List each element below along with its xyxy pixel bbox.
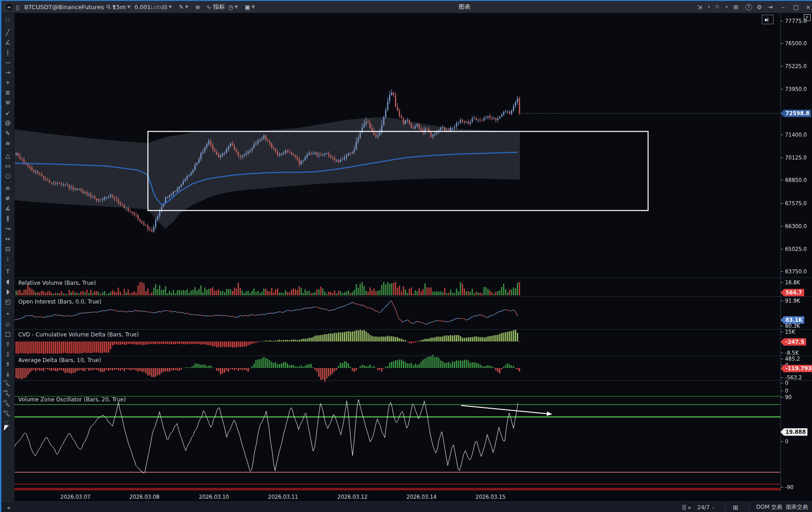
price-tag-tool[interactable]: ◗	[1, 286, 14, 296]
pane-title-cvd[interactable]: CVD - Cumulative Volume Delta (Bars, Tru…	[18, 331, 139, 338]
trend-line-tool[interactable]: ╱	[1, 27, 14, 37]
camera-caret-button[interactable]: ▾	[726, 1, 728, 13]
diamond-marker-tool[interactable]: ◇	[1, 319, 14, 329]
arrow-tool[interactable]: →	[1, 67, 14, 77]
elliott-impulse-wave-tool[interactable]: ∿15	[1, 379, 14, 389]
zoom-in-button[interactable]: ⊕	[195, 1, 200, 13]
price-axis[interactable]: F 77775.076500.075225.073950.071400.0701…	[780, 13, 812, 491]
horizontal-line-tool[interactable]: —	[1, 57, 14, 67]
chart-region[interactable]: Relative Volume (Bars, True) Open Intere…	[15, 13, 812, 501]
layout-caret-icon: ▼	[251, 5, 255, 9]
elliott-ac-wave-tool[interactable]: ∿AC	[1, 400, 14, 410]
minimize-button[interactable]: –	[782, 1, 785, 13]
axis-tick-label: 485.2	[785, 356, 800, 362]
go-to-realtime-button[interactable]: ▶▏	[762, 15, 774, 24]
long-position-tool[interactable]: ⇑	[1, 359, 14, 369]
divider	[725, 504, 726, 511]
quantity-field[interactable]: 0.001Lots	[131, 1, 166, 13]
polyline-tool[interactable]: ↙	[1, 108, 14, 118]
time-axis[interactable]: 2026.03.072026.03.082026.03.102026.03.11…	[15, 491, 812, 501]
window-top-edge	[0, 0, 812, 1]
cross-line-tool[interactable]: +	[1, 78, 14, 88]
camera-button[interactable]: ⌾	[716, 1, 719, 13]
vertical-line-tool-icon: |	[7, 49, 9, 56]
arrow-up-marker-tool-icon: ⇧	[5, 341, 11, 347]
pane-title-vzo[interactable]: Volume Zone Oscillator (Bars, 20, True)	[18, 396, 126, 403]
text-tool[interactable]: T	[1, 266, 14, 276]
close-button[interactable]: ×	[806, 1, 811, 13]
draw-button[interactable]: ✎▼	[179, 1, 188, 13]
brush-tool[interactable]: ✎	[1, 128, 14, 138]
vertical-line-tool[interactable]: |	[1, 47, 14, 57]
layout-button[interactable]: ▣▼	[245, 1, 255, 13]
app-logo[interactable]: ≈	[5, 1, 13, 13]
callout-tool-icon: ◰	[5, 298, 11, 305]
interval-value: 15m	[112, 4, 126, 11]
session-selector[interactable]: 24/7 ⌄	[697, 502, 715, 512]
device-icon[interactable]: ▯	[16, 1, 19, 13]
collapse-panel-button[interactable]: ⇲	[697, 1, 702, 13]
toolbar-divider	[4, 308, 11, 308]
parallel-channel-tool[interactable]: ≋	[1, 138, 14, 148]
arrow-up-marker-tool[interactable]: ⇧	[1, 339, 14, 349]
scroll-left-button[interactable]: ◂	[7, 502, 10, 512]
arrow-down-marker-tool[interactable]: ⇩	[1, 349, 14, 359]
search-icon: ⚲	[105, 3, 112, 11]
toolbar-drag-handle[interactable]: ∷	[1, 15, 14, 25]
triangle-tool[interactable]: △	[1, 150, 14, 160]
rectangle-tool[interactable]: ▭	[1, 160, 14, 171]
pin-button[interactable]: ⇥	[768, 1, 773, 13]
cross-line-tool-icon: +	[5, 79, 11, 86]
projection-tool[interactable]: ↝	[1, 224, 14, 234]
collapse-caret-icon: ▾	[708, 5, 710, 9]
axis-tick-label: 71400.0	[785, 132, 807, 138]
indicators-button[interactable]: ∿ 指标	[206, 1, 225, 13]
rv-value-label: 564.7	[780, 289, 804, 297]
chart-style-button[interactable]: ⊟▼	[162, 1, 172, 13]
chart-trade-button[interactable]: 图表交易	[786, 502, 808, 512]
price-label-tool[interactable]: ◖	[1, 276, 14, 286]
dom-trade-button[interactable]: DOM 交易	[756, 502, 782, 512]
square-marker-tool[interactable]: □	[1, 329, 14, 339]
pin-icon: ⇥	[768, 4, 773, 11]
short-position-tool[interactable]: ⇓	[1, 369, 14, 379]
collapse-caret-button[interactable]: ▾	[708, 1, 710, 13]
fib-extension-tool[interactable]: ≢	[1, 193, 14, 203]
scroll-right-button[interactable]: ▸	[689, 502, 691, 512]
symbol-selector[interactable]: BTCUSDT@BinanceFutures ⚲ ▼	[24, 1, 116, 13]
fib-wedge-tool[interactable]: ∡	[1, 203, 14, 213]
pane-title-relative-volume[interactable]: Relative Volume (Bars, True)	[18, 280, 96, 286]
dot-marker-tool[interactable]: •	[1, 309, 14, 319]
fib-retracement-tool[interactable]: ≡	[1, 183, 14, 193]
axis-tick-label: 0	[785, 438, 788, 445]
scrollbar-thumb[interactable]	[682, 502, 686, 512]
pane-title-average-delta[interactable]: Average Delta (Bars, 10, True)	[18, 357, 101, 363]
dotted-rect-tool[interactable]: ⊡	[1, 244, 14, 254]
trend-angle-tool-icon: ∠	[5, 39, 11, 46]
magnet-tool[interactable]: @	[1, 118, 14, 128]
wave-tag-label: AC	[3, 400, 8, 403]
measure-tool[interactable]: ↔	[1, 234, 14, 244]
projection-tool-icon: ↝	[5, 225, 11, 232]
dotted-line-tool[interactable]: ⁞	[1, 254, 14, 264]
help-button[interactable]: ?	[745, 1, 752, 13]
elliott-ab-wave-tool[interactable]: ∿AB	[1, 389, 14, 400]
draw-caret-icon: ▼	[185, 5, 188, 9]
trend-angle-tool[interactable]: ∠	[1, 37, 14, 47]
ellipse-tool[interactable]: ○	[1, 171, 14, 181]
alert-button[interactable]: ◷▼	[228, 1, 238, 13]
settings-gear-button[interactable]: ⚙	[757, 1, 762, 13]
pitchfork-tool[interactable]: Ψ	[1, 98, 14, 108]
fullscreen-button[interactable]: ⊞	[733, 1, 738, 13]
interval-selector[interactable]: 15m ▼	[112, 1, 130, 13]
pane-title-open-interest[interactable]: Open Interest (Bars, 0.0, True)	[18, 299, 102, 305]
maximize-button[interactable]: □	[793, 1, 799, 13]
calendar-icon[interactable]: ⊞	[733, 502, 738, 512]
bars-pattern-tool[interactable]: ‖	[1, 213, 14, 224]
toolbar-drag-handle-icon: ∷	[6, 16, 10, 23]
chart-canvas[interactable]	[15, 13, 812, 501]
f-badge[interactable]: F	[804, 14, 811, 21]
elliott-wy-wave-tool[interactable]: ∿WY	[1, 410, 14, 420]
callout-tool[interactable]: ◰	[1, 297, 14, 307]
parallel-lines-tool[interactable]: ≣	[1, 88, 14, 98]
